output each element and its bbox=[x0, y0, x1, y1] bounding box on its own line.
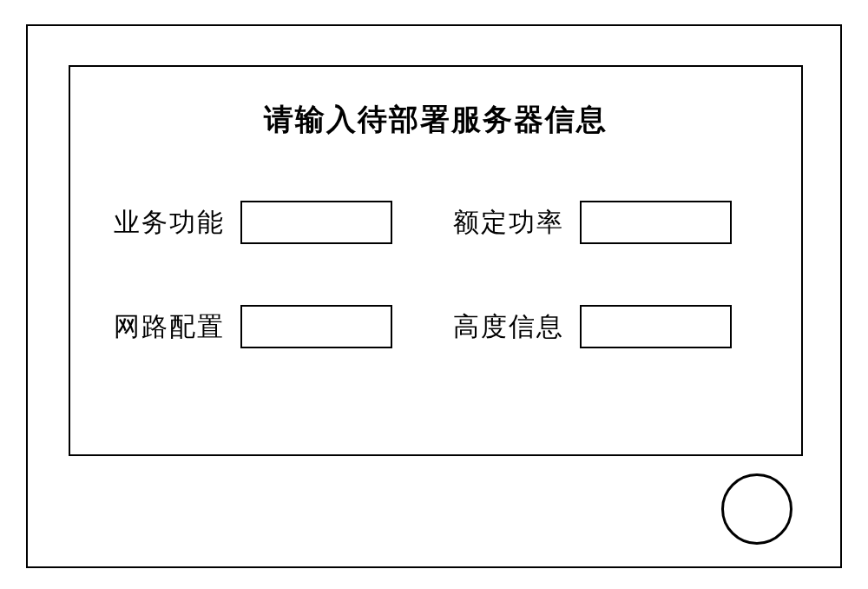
label-height-info: 高度信息 bbox=[453, 309, 564, 345]
input-rated-power[interactable] bbox=[580, 201, 732, 244]
field-business-function: 业务功能 bbox=[114, 201, 418, 244]
submit-button[interactable] bbox=[721, 473, 792, 545]
window-frame: 请输入待部署服务器信息 业务功能 额定功率 网路配置 高度信息 bbox=[26, 24, 842, 568]
field-height-info: 高度信息 bbox=[453, 305, 758, 348]
label-rated-power: 额定功率 bbox=[453, 205, 564, 241]
form-grid: 业务功能 额定功率 网路配置 高度信息 bbox=[70, 140, 801, 348]
input-network-config[interactable] bbox=[240, 305, 392, 348]
label-network-config: 网路配置 bbox=[114, 309, 225, 345]
panel-title: 请输入待部署服务器信息 bbox=[70, 100, 801, 140]
input-business-function[interactable] bbox=[240, 201, 392, 244]
field-rated-power: 额定功率 bbox=[453, 201, 758, 244]
input-height-info[interactable] bbox=[580, 305, 732, 348]
server-info-panel: 请输入待部署服务器信息 业务功能 额定功率 网路配置 高度信息 bbox=[69, 65, 803, 456]
field-network-config: 网路配置 bbox=[114, 305, 418, 348]
label-business-function: 业务功能 bbox=[114, 205, 225, 241]
